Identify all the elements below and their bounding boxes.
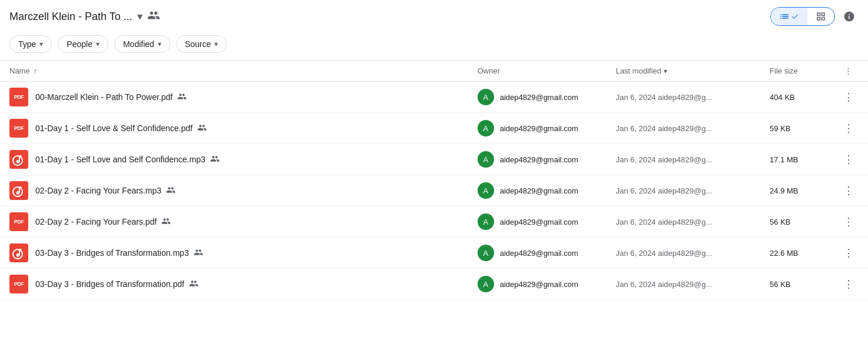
file-size: 22.6 MB [770,249,798,258]
table-row[interactable]: 02-Day 2 - Facing Your Fears.mp3 A aidep… [0,175,868,206]
modified-cell: Jan 6, 2024 aidep4829@g... [607,269,760,300]
file-name-cell: PDF 01-Day 1 - Self Love & Self Confiden… [0,113,468,144]
modified-sort-icon: ▾ [664,67,667,75]
owner-email: aidep4829@gmail.com [500,249,578,258]
modified-cell: Jan 6, 2024 aidep4829@g... [607,206,760,238]
mp3-icon [9,150,28,169]
file-size: 24.9 MB [770,186,798,195]
table-row[interactable]: 01-Day 1 - Self Love and Self Confidence… [0,144,868,175]
type-filter-chevron: ▾ [39,40,43,48]
list-view-button[interactable] [771,8,807,25]
pdf-icon: PDF [9,88,28,106]
file-name-cell: PDF 00-Marczell Klein - Path To Power.pd… [0,82,468,113]
file-name: 00-Marczell Klein - Path To Power.pdf [35,92,173,102]
size-cell: 59 KB [760,113,829,144]
table-row[interactable]: PDF 03-Day 3 - Bridges of Transformation… [0,269,868,300]
avatar: A [478,276,494,292]
info-button[interactable] [840,7,859,26]
modified-date: Jan 6, 2024 aidep4829@g... [616,186,713,195]
modified-date: Jan 6, 2024 aidep4829@g... [616,249,713,258]
modified-date: Jan 6, 2024 aidep4829@g... [616,280,713,289]
shared-icon [177,92,187,103]
file-table: Name ↑ Owner Last modified ▾ File size ⋮ [0,60,868,300]
people-filter-chevron: ▾ [96,40,100,48]
pdf-icon: PDF [9,119,28,138]
modified-date: Jan 6, 2024 aidep4829@g... [616,93,713,102]
owner-cell: A aidep4829@gmail.com [468,238,607,269]
table-row[interactable]: PDF 01-Day 1 - Self Love & Self Confiden… [0,113,868,144]
more-options-button[interactable]: ⋮ [839,275,859,293]
modified-date: Jan 6, 2024 aidep4829@g... [616,218,713,226]
source-filter[interactable]: Source ▾ [176,35,227,53]
more-options-button[interactable]: ⋮ [839,213,859,231]
shared-icon [161,216,171,228]
shared-icon [210,154,220,165]
size-column-label: File size [770,66,798,75]
file-name: 01-Day 1 - Self Love and Self Confidence… [35,155,206,164]
owner-email: aidep4829@gmail.com [500,218,578,226]
modified-date: Jan 6, 2024 aidep4829@g... [616,124,713,133]
actions-cell: ⋮ [829,144,868,175]
view-toggle [770,7,835,26]
mp3-icon [9,181,28,200]
modified-cell: Jan 6, 2024 aidep4829@g... [607,144,760,175]
name-column-label: Name [9,66,30,75]
actions-cell: ⋮ [829,113,868,144]
header: Marczell Klein - Path To ... ▾ [0,0,868,31]
modified-filter-chevron: ▾ [158,40,161,48]
more-options-button[interactable]: ⋮ [839,182,859,199]
avatar: A [478,120,494,136]
file-size: 17.1 MB [770,155,798,164]
actions-cell: ⋮ [829,175,868,206]
owner-email: aidep4829@gmail.com [500,124,578,133]
file-size: 59 KB [770,124,790,133]
size-cell: 17.1 MB [760,144,829,175]
owner-email: aidep4829@gmail.com [500,186,578,195]
modified-filter[interactable]: Modified ▾ [114,35,170,53]
owner-cell: A aidep4829@gmail.com [468,269,607,300]
more-options-button[interactable]: ⋮ [839,244,859,262]
title-dropdown-icon[interactable]: ▾ [137,10,143,23]
owner-email: aidep4829@gmail.com [500,155,578,164]
grid-view-button[interactable] [807,8,834,25]
th-modified[interactable]: Last modified ▾ [607,61,760,82]
table-header: Name ↑ Owner Last modified ▾ File size ⋮ [0,61,868,82]
modified-date: Jan 6, 2024 aidep4829@g... [616,155,713,164]
table-row[interactable]: PDF 02-Day 2 - Facing Your Fears.pdf A a… [0,206,868,238]
modified-cell: Jan 6, 2024 aidep4829@g... [607,113,760,144]
modified-filter-label: Modified [123,39,154,49]
modified-cell: Jan 6, 2024 aidep4829@g... [607,82,760,113]
name-sort-icon: ↑ [34,66,38,75]
file-size: 56 KB [770,280,790,289]
more-options-button[interactable]: ⋮ [839,119,859,137]
table-row[interactable]: 03-Day 3 - Bridges of Transformation.mp3… [0,238,868,269]
more-options-button[interactable]: ⋮ [839,151,859,168]
file-name-cell: 02-Day 2 - Facing Your Fears.mp3 [0,175,468,206]
owner-cell: A aidep4829@gmail.com [468,82,607,113]
avatar: A [478,213,494,230]
avatar: A [478,151,494,168]
owner-email: aidep4829@gmail.com [500,280,578,289]
mp3-icon [9,243,28,262]
th-actions: ⋮ [829,61,868,82]
more-options-button[interactable]: ⋮ [839,88,859,106]
shared-icon [197,123,207,134]
table-row[interactable]: PDF 00-Marczell Klein - Path To Power.pd… [0,82,868,113]
avatar: A [478,245,494,261]
th-name[interactable]: Name ↑ [0,61,468,82]
file-name-cell: PDF 03-Day 3 - Bridges of Transformation… [0,269,468,300]
file-size: 404 KB [770,93,795,102]
pdf-icon: PDF [9,275,28,293]
owner-column-label: Owner [478,66,500,75]
size-cell: 24.9 MB [760,175,829,206]
pdf-icon: PDF [9,212,28,231]
people-filter[interactable]: People ▾ [58,35,108,53]
shared-icon [166,185,175,196]
actions-cell: ⋮ [829,82,868,113]
people-share-icon[interactable] [147,9,160,25]
owner-cell: A aidep4829@gmail.com [468,175,607,206]
shared-icon [194,248,203,259]
owner-cell: A aidep4829@gmail.com [468,206,607,238]
type-filter[interactable]: Type ▾ [9,35,52,53]
people-filter-label: People [67,39,92,49]
